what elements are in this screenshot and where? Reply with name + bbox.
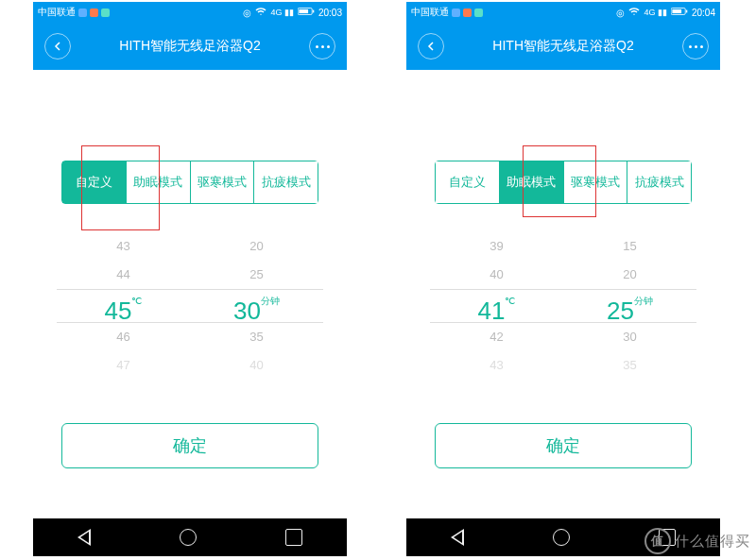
picker-item: 30	[563, 323, 696, 351]
picker-item: 20	[190, 232, 323, 261]
tab-fatigue[interactable]: 抗疲模式	[627, 161, 691, 203]
wifi-icon	[255, 6, 266, 19]
sim-icon-3	[101, 8, 110, 17]
picker-item: 46	[57, 323, 190, 351]
picker-item: 40	[430, 261, 563, 289]
mode-tabs: 自定义 助眠模式 驱寒模式 抗疲模式	[435, 161, 692, 204]
clock-label: 20:04	[692, 8, 715, 18]
sim-icon-1	[452, 8, 460, 17]
nav-home-icon[interactable]	[180, 529, 197, 546]
tab-custom[interactable]: 自定义	[62, 161, 127, 203]
screen-left: 中国联通 ◎ 4G ▮▮ 20:03 HITH智能无线足浴器Q	[33, 2, 347, 468]
nav-back-icon[interactable]	[77, 529, 91, 546]
back-button[interactable]	[418, 33, 444, 59]
tab-cold[interactable]: 驱寒模式	[191, 161, 255, 203]
battery-icon	[671, 6, 688, 19]
eye-icon: ◎	[243, 8, 251, 18]
svg-rect-4	[672, 9, 681, 13]
page-title: HITH智能无线足浴器Q2	[119, 38, 260, 55]
status-bar: 中国联通 ◎ 4G ▮▮ 20:04	[406, 2, 720, 23]
tab-sleep[interactable]: 助眠模式	[500, 161, 564, 203]
picker-selected: 30分钟	[190, 289, 323, 323]
svg-rect-2	[313, 10, 314, 13]
tab-sleep[interactable]: 助眠模式	[127, 161, 191, 203]
picker-item: 40	[190, 351, 323, 380]
time-picker[interactable]: 15 20 25分钟 30 35	[563, 232, 696, 380]
picker-item: 35	[190, 323, 323, 351]
temp-picker[interactable]: 43 44 45℃ 46 47	[57, 232, 190, 380]
carrier-label: 中国联通	[411, 6, 449, 19]
picker-selected: 41℃	[430, 289, 563, 323]
mode-tabs: 自定义 助眠模式 驱寒模式 抗疲模式	[61, 161, 318, 204]
sim-icon-3	[474, 8, 483, 17]
nav-home-icon[interactable]	[553, 529, 570, 546]
picker-item: 39	[430, 232, 563, 261]
svg-rect-5	[686, 10, 687, 13]
status-bar: 中国联通 ◎ 4G ▮▮ 20:03	[33, 2, 347, 23]
tab-fatigue[interactable]: 抗疲模式	[254, 161, 318, 203]
picker-item: 43	[57, 232, 190, 261]
picker-item: 47	[57, 351, 190, 380]
signal-icon: 4G ▮▮	[644, 8, 667, 17]
nav-back-icon[interactable]	[451, 529, 464, 546]
temp-picker[interactable]: 39 40 41℃ 42 43	[430, 232, 563, 380]
more-button[interactable]	[682, 33, 709, 59]
clock-label: 20:03	[318, 8, 342, 18]
picker-item: 42	[430, 323, 563, 351]
picker-selected: 45℃	[57, 289, 190, 323]
page-title: HITH智能无线足浴器Q2	[492, 38, 633, 55]
watermark-logo-icon: 值	[644, 528, 671, 554]
android-navbar	[33, 518, 347, 556]
picker-item: 43	[430, 351, 563, 380]
nav-recent-icon[interactable]	[285, 529, 302, 546]
wifi-icon	[628, 6, 640, 19]
sim-icon-1	[78, 8, 87, 17]
svg-rect-1	[299, 9, 308, 13]
signal-icon: 4G ▮▮	[270, 8, 294, 17]
watermark: 值 什么值得买	[644, 528, 750, 554]
picker-item: 20	[563, 261, 696, 289]
back-button[interactable]	[44, 33, 71, 59]
confirm-button[interactable]: 确定	[61, 423, 318, 468]
app-header: HITH智能无线足浴器Q2	[406, 23, 720, 70]
picker-selected: 25分钟	[563, 289, 696, 323]
time-picker[interactable]: 20 25 30分钟 35 40	[190, 232, 323, 380]
carrier-label: 中国联通	[38, 6, 76, 19]
battery-icon	[298, 6, 315, 19]
more-button[interactable]	[309, 33, 335, 59]
picker-item: 15	[563, 232, 696, 261]
picker-item: 44	[57, 261, 190, 289]
app-header: HITH智能无线足浴器Q2	[33, 23, 347, 70]
picker-item: 35	[563, 351, 696, 380]
watermark-text: 什么值得买	[675, 533, 750, 551]
eye-icon: ◎	[616, 8, 625, 18]
tab-cold[interactable]: 驱寒模式	[564, 161, 628, 203]
tab-custom[interactable]: 自定义	[436, 161, 500, 203]
sim-icon-2	[463, 8, 472, 17]
sim-icon-2	[90, 8, 98, 17]
confirm-button[interactable]: 确定	[435, 423, 692, 468]
screen-right: 中国联通 ◎ 4G ▮▮ 20:04 HITH智能无线足浴器Q	[406, 2, 720, 468]
picker-item: 25	[190, 261, 323, 289]
